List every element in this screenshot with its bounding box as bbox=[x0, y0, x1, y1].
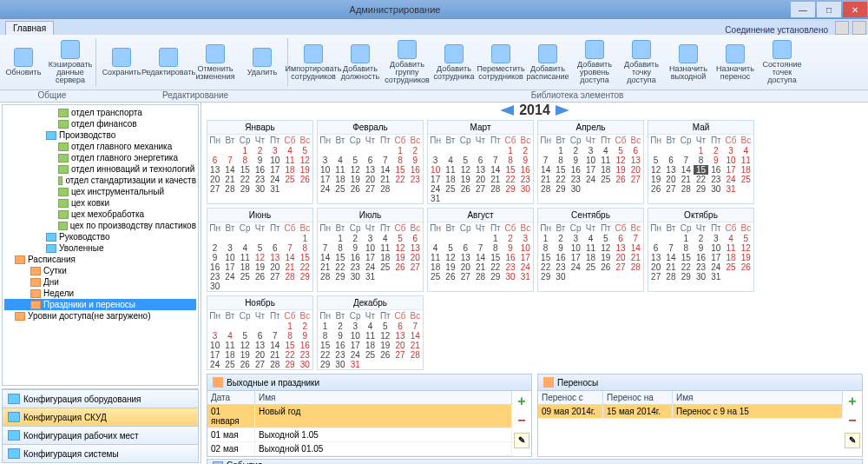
calendar-day[interactable]: 16 bbox=[708, 165, 723, 175]
calendar-day[interactable]: 3 bbox=[708, 234, 723, 243]
calendar-day[interactable] bbox=[282, 184, 297, 194]
calendar-day[interactable]: 1 bbox=[238, 146, 253, 156]
calendar-day[interactable]: 7 bbox=[282, 243, 297, 253]
calendar-day[interactable]: 17 bbox=[207, 350, 222, 360]
calendar-day[interactable]: 13 bbox=[613, 243, 628, 253]
calendar-day[interactable]: 9 bbox=[332, 331, 347, 341]
calendar-day[interactable]: 1 bbox=[332, 234, 347, 243]
prev-year-button[interactable] bbox=[500, 105, 514, 116]
calendar-day[interactable] bbox=[598, 184, 613, 194]
calendar-day[interactable]: 11 bbox=[222, 341, 237, 350]
calendar-day[interactable]: 22 bbox=[694, 175, 708, 184]
tree-node[interactable]: отдел стандартизации и качеств bbox=[4, 175, 196, 186]
ribbon-btn[interactable]: Добавить уровень доступа bbox=[571, 35, 618, 89]
calendar-day[interactable]: 28 bbox=[378, 184, 392, 194]
accordion-item[interactable]: Конфигурация рабочих мест bbox=[3, 426, 198, 444]
calendar-day[interactable]: 13 bbox=[458, 253, 473, 262]
calendar-day[interactable]: 1 bbox=[392, 146, 407, 156]
calendar-day[interactable]: 2 bbox=[503, 234, 517, 243]
calendar-day[interactable]: 1 bbox=[488, 234, 503, 243]
calendar-day[interactable]: 3 bbox=[348, 321, 363, 331]
calendar-day[interactable]: 8 bbox=[332, 243, 347, 253]
calendar-day[interactable]: 3 bbox=[207, 331, 222, 341]
calendar-day[interactable]: 4 bbox=[739, 146, 753, 156]
calendar-day[interactable]: 16 bbox=[298, 341, 312, 350]
calendar-day[interactable]: 2 bbox=[207, 243, 222, 253]
calendar-day[interactable] bbox=[458, 234, 473, 243]
calendar-day[interactable]: 16 bbox=[503, 253, 517, 262]
calendar-day[interactable]: 30 bbox=[708, 184, 723, 194]
calendar-day[interactable]: 13 bbox=[473, 165, 488, 175]
ribbon-btn[interactable]: Добавить должность bbox=[337, 35, 384, 89]
tree-node[interactable]: отдел транспорта bbox=[4, 107, 196, 118]
calendar-day[interactable]: 28 bbox=[488, 184, 503, 194]
calendar-day[interactable]: 31 bbox=[348, 360, 363, 369]
calendar-day[interactable]: 6 bbox=[473, 156, 488, 165]
calendar-day[interactable]: 26 bbox=[238, 360, 253, 369]
calendar-day[interactable]: 2 bbox=[553, 234, 568, 243]
calendar-day[interactable]: 11 bbox=[739, 156, 753, 165]
calendar-day[interactable]: 27 bbox=[648, 272, 663, 282]
calendar-day[interactable]: 8 bbox=[318, 331, 332, 341]
calendar-day[interactable] bbox=[253, 234, 267, 243]
ribbon-btn[interactable]: Удалить bbox=[239, 35, 286, 89]
calendar-day[interactable]: 18 bbox=[222, 350, 237, 360]
calendar-day[interactable]: 19 bbox=[739, 253, 753, 262]
holiday-row[interactable]: 01 маяВыходной 1.05 bbox=[207, 428, 512, 442]
calendar-day[interactable]: 6 bbox=[363, 156, 378, 165]
calendar-day[interactable]: 24 bbox=[348, 350, 363, 360]
holiday-edit-button[interactable]: ✎ bbox=[514, 433, 529, 448]
calendar-day[interactable]: 21 bbox=[538, 175, 553, 184]
tree-node[interactable]: Недели bbox=[4, 288, 196, 299]
holiday-add-button[interactable]: + bbox=[514, 394, 529, 410]
calendar-day[interactable]: 25 bbox=[428, 272, 443, 282]
transfer-edit-button[interactable]: ✎ bbox=[845, 433, 860, 448]
calendar-day[interactable]: 24 bbox=[583, 175, 598, 184]
calendar-day[interactable]: 25 bbox=[583, 262, 598, 272]
ribbon-btn[interactable]: Кэшировать данные сервера bbox=[47, 35, 94, 89]
tree-node[interactable]: Руководство bbox=[4, 231, 196, 242]
calendar-day[interactable]: 30 bbox=[253, 184, 267, 194]
calendar-day[interactable] bbox=[428, 146, 443, 156]
calendar-day[interactable]: 6 bbox=[267, 243, 282, 253]
calendar-day[interactable]: 11 bbox=[428, 253, 443, 262]
calendar-day[interactable]: 24 bbox=[723, 175, 738, 184]
calendar-day[interactable]: 8 bbox=[298, 243, 312, 253]
calendar-day[interactable]: 12 bbox=[648, 165, 663, 175]
calendar-day[interactable]: 29 bbox=[282, 360, 297, 369]
calendar-day[interactable]: 4 bbox=[583, 234, 598, 243]
calendar-day[interactable]: 14 bbox=[222, 165, 237, 175]
calendar-day[interactable]: 5 bbox=[348, 156, 363, 165]
tree-node[interactable]: цех ковки bbox=[4, 197, 196, 209]
calendar-day[interactable] bbox=[443, 234, 457, 243]
calendar-day[interactable]: 22 bbox=[488, 262, 503, 272]
calendar-day[interactable]: 23 bbox=[569, 175, 583, 184]
calendar-day[interactable] bbox=[679, 146, 694, 156]
calendar-day[interactable]: 29 bbox=[488, 272, 503, 282]
calendar-day[interactable]: 4 bbox=[378, 234, 392, 243]
calendar-day[interactable]: 22 bbox=[332, 262, 347, 272]
calendar-day[interactable]: 27 bbox=[628, 175, 643, 184]
calendar-day[interactable]: 27 bbox=[663, 184, 678, 194]
calendar-day[interactable]: 23 bbox=[348, 262, 363, 272]
calendar-day[interactable]: 25 bbox=[222, 360, 237, 369]
calendar-day[interactable]: 26 bbox=[348, 184, 363, 194]
calendar-day[interactable]: 1 bbox=[298, 234, 312, 243]
calendar-day[interactable]: 17 bbox=[518, 253, 533, 262]
calendar-day[interactable]: 13 bbox=[363, 165, 378, 175]
calendar-day[interactable]: 14 bbox=[267, 341, 282, 350]
calendar-day[interactable]: 16 bbox=[694, 253, 708, 262]
calendar-day[interactable]: 11 bbox=[238, 253, 253, 262]
calendar-day[interactable]: 5 bbox=[648, 156, 663, 165]
calendar-day[interactable]: 3 bbox=[318, 156, 332, 165]
calendar-day[interactable] bbox=[378, 360, 392, 369]
calendar-day[interactable]: 14 bbox=[282, 253, 297, 262]
calendar-day[interactable]: 23 bbox=[298, 350, 312, 360]
calendar-day[interactable]: 20 bbox=[392, 341, 407, 350]
calendar-day[interactable]: 21 bbox=[267, 350, 282, 360]
calendar-day[interactable]: 10 bbox=[708, 243, 723, 253]
calendar-day[interactable] bbox=[613, 272, 628, 282]
calendar-day[interactable]: 5 bbox=[458, 156, 473, 165]
calendar-day[interactable]: 3 bbox=[222, 243, 237, 253]
calendar-day[interactable]: 24 bbox=[428, 184, 443, 194]
